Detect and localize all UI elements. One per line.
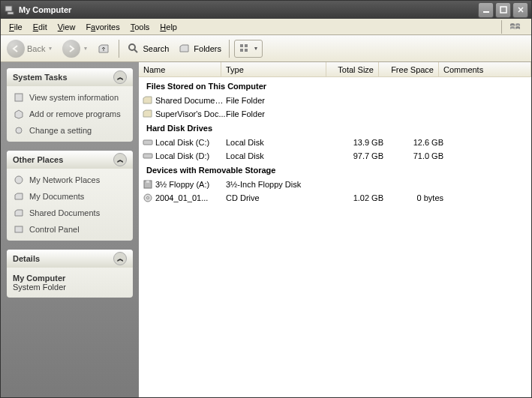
window-title: My Computer [19,5,478,14]
system-tasks-panel: System Tasks ︽ View system information A… [7,68,133,142]
list-item[interactable]: Local Disk (C:) Local Disk 13.9 GB 12.6 … [139,136,531,149]
panel-header[interactable]: Other Places ︽ [7,151,133,169]
svg-rect-0 [5,6,12,11]
disk-icon [142,136,154,148]
item-name: Local Disk (C:) [155,138,226,147]
link-label: View system information [29,93,119,102]
svg-rect-14 [143,154,152,158]
shared-documents-link[interactable]: Shared Documents [13,206,127,220]
link-label: Shared Documents [29,208,100,217]
item-type: 3½-Inch Floppy Disk [226,180,331,189]
menu-help[interactable]: Help [155,21,182,33]
my-documents-link[interactable]: My Documents [13,190,127,203]
views-button[interactable]: ▾ [234,40,263,58]
link-label: Change a setting [29,126,92,135]
col-type[interactable]: Type [221,62,326,76]
item-type: CD Drive [226,193,331,202]
folders-button[interactable]: Folders [175,40,224,57]
up-button[interactable] [95,40,114,57]
item-free: 0 bytes [383,193,443,202]
svg-rect-1 [8,12,14,14]
details-type: System Folder [13,283,127,292]
add-remove-programs-link[interactable]: Add or remove programs [13,107,127,121]
folders-label: Folders [194,44,221,53]
views-icon [238,42,251,55]
menubar: File Edit View Favorites Tools Help [1,19,531,35]
gear-icon [13,124,25,136]
svg-rect-16 [146,181,149,183]
menu-edit[interactable]: Edit [28,21,53,33]
col-name[interactable]: Name [139,62,221,76]
item-type: Local Disk [226,138,331,147]
search-button[interactable]: Search [124,40,172,57]
svg-rect-9 [15,94,23,101]
panel-header[interactable]: System Tasks ︽ [7,68,133,86]
minimize-button[interactable] [478,2,494,18]
col-comments[interactable]: Comments [439,62,531,76]
item-name: 3½ Floppy (A:) [155,180,226,189]
forward-button[interactable]: ▾ [59,38,92,59]
list-item[interactable]: Shared Documents File Folder [139,94,531,107]
menu-view[interactable]: View [53,21,81,33]
folder-icon [13,207,25,219]
change-setting-link[interactable]: Change a setting [13,124,127,137]
search-label: Search [143,44,169,53]
collapse-icon[interactable]: ︽ [113,153,127,166]
col-totalsize[interactable]: Total Size [326,62,379,76]
info-icon [13,91,25,103]
computer-icon [4,4,16,16]
item-name: 2004_01_01... [155,193,226,202]
close-button[interactable] [512,2,528,18]
toolbar-separator [229,40,230,58]
svg-rect-6 [245,44,248,47]
list-item[interactable]: Local Disk (D:) Local Disk 97.7 GB 71.0 … [139,149,531,163]
svg-point-11 [15,176,23,184]
item-type: File Folder [226,96,331,105]
body: System Tasks ︽ View system information A… [1,62,531,397]
item-size: 1.02 GB [331,193,383,202]
list-item[interactable]: 3½ Floppy (A:) 3½-Inch Floppy Disk [139,178,531,191]
control-panel-icon [13,223,25,235]
item-free: 12.6 GB [383,138,443,147]
collapse-icon[interactable]: ︽ [113,252,127,265]
panel-header[interactable]: Details ︽ [7,250,133,268]
item-size: 97.7 GB [331,151,383,160]
chevron-down-icon: ▾ [83,45,89,52]
item-type: File Folder [226,109,331,118]
panel-title: System Tasks [13,73,68,82]
panel-title: Other Places [13,155,63,164]
toolbar: Back ▾ ▾ Search Folders ▾ [1,35,531,62]
group-files: Files Stored on This Computer [139,79,531,94]
folder-icon [142,94,154,106]
back-button[interactable]: Back ▾ [4,38,56,59]
control-panel-link[interactable]: Control Panel [13,223,127,236]
col-freespace[interactable]: Free Space [379,62,439,76]
file-list[interactable]: Files Stored on This Computer Shared Doc… [139,77,531,397]
chevron-down-icon: ▾ [253,45,259,52]
folders-icon [178,42,191,55]
forward-arrow-icon [62,40,80,58]
window: My Computer File Edit View Favorites Too… [0,0,532,398]
list-item[interactable]: 2004_01_01... CD Drive 1.02 GB 0 bytes [139,191,531,205]
search-icon [127,42,140,55]
list-item[interactable]: SuperVisor's Doc... File Folder [139,107,531,121]
svg-rect-2 [483,11,489,13]
back-label: Back [27,44,45,53]
network-places-link[interactable]: My Network Places [13,173,127,187]
menu-favorites[interactable]: Favorites [80,21,125,33]
view-system-info-link[interactable]: View system information [13,91,127,104]
item-name: Local Disk (D:) [155,151,226,160]
collapse-icon[interactable]: ︽ [113,70,127,84]
maximize-button[interactable] [495,2,511,18]
titlebar[interactable]: My Computer [1,1,531,19]
menu-file[interactable]: File [4,21,28,33]
link-label: My Documents [29,192,84,201]
svg-rect-12 [15,226,23,232]
menu-tools[interactable]: Tools [125,21,155,33]
svg-rect-7 [240,49,243,52]
details-name: My Computer [13,274,127,283]
link-label: My Network Places [29,175,100,184]
network-icon [13,174,25,186]
svg-rect-3 [500,7,506,13]
main-pane: Name Type Total Size Free Space Comments… [139,62,531,397]
